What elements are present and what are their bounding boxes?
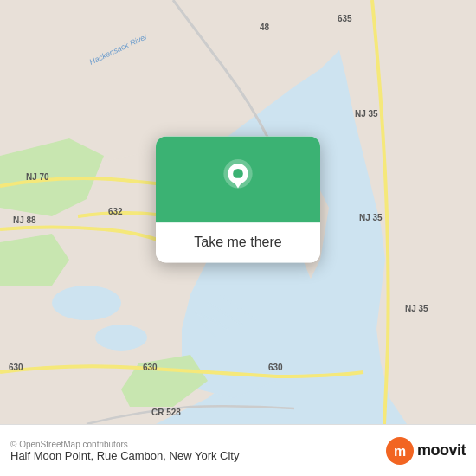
take-me-there-button[interactable]: Take me there (156, 222, 320, 262)
moovit-text: moovit (417, 441, 466, 460)
road-label-632: 632 (108, 207, 123, 216)
moovit-logo: m moovit (386, 437, 466, 465)
road-label-nj35-mid: NJ 35 (359, 213, 383, 222)
road-label-630-left: 630 (9, 363, 23, 372)
map-area: NJ 70 NJ 88 632 630 630 630 NJ 35 NJ 35 … (0, 0, 476, 424)
location-info: © OpenStreetMap contributors Half Moon P… (10, 440, 239, 462)
popup-card: Take me there (156, 136, 320, 262)
road-label-cr528: CR 528 (151, 408, 181, 417)
svg-point-6 (95, 325, 147, 351)
road-label-nj35-bot: NJ 35 (405, 304, 428, 313)
road-label-48: 48 (260, 23, 270, 32)
road-label-635: 635 (338, 14, 352, 23)
moovit-icon: m (386, 437, 414, 465)
map-pin-icon (216, 158, 260, 201)
road-label-630-mid: 630 (143, 363, 158, 372)
road-label-630-right: 630 (268, 363, 283, 372)
road-label-nj88: NJ 88 (13, 215, 36, 225)
popup-green-area (156, 136, 320, 222)
road-label-nj70: NJ 70 (26, 172, 49, 182)
svg-point-5 (52, 286, 121, 320)
svg-text:m: m (394, 443, 406, 458)
road-label-nj35-top: NJ 35 (355, 109, 378, 119)
location-name: Half Moon Point, Rue Cambon, New York Ci… (10, 449, 239, 462)
svg-point-18 (233, 169, 243, 179)
copyright-text: © OpenStreetMap contributors (10, 440, 239, 449)
bottom-bar: © OpenStreetMap contributors Half Moon P… (0, 424, 476, 476)
